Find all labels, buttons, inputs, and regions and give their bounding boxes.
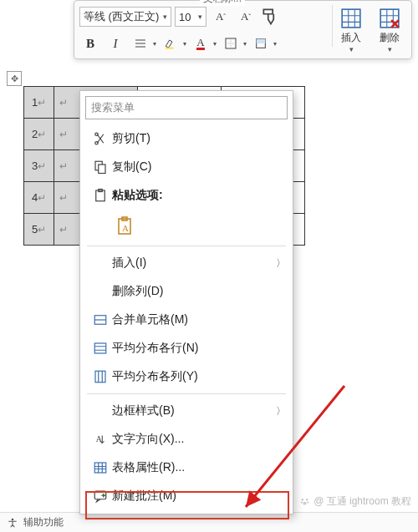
accessibility-icon (7, 517, 18, 529)
svg-rect-19 (94, 463, 106, 473)
menu-item-paste-options: 粘贴选项: (80, 181, 293, 210)
menu-item-distribute-cols[interactable]: 平均分布各列(Y) (80, 362, 293, 391)
doc-title-cut: 文档标... (200, 0, 245, 6)
distribute-cols-icon (89, 369, 112, 384)
menu-item-delete-column[interactable]: 删除列(D) (80, 277, 293, 306)
chevron-down-icon: ▾ (183, 40, 186, 48)
svg-point-24 (306, 499, 308, 501)
svg-rect-17 (95, 371, 105, 383)
table-move-handle[interactable]: ✥ (7, 71, 22, 86)
format-painter-button[interactable] (260, 7, 282, 27)
chevron-down-icon: ▾ (243, 40, 247, 48)
bold-button[interactable]: B (79, 33, 101, 53)
menu-item-table-properties[interactable]: 表格属性(R)... (80, 453, 293, 482)
distribute-rows-icon (89, 341, 112, 356)
chevron-right-icon: 〉 (276, 404, 286, 418)
chevron-down-icon: ▾ (153, 40, 156, 48)
clipboard-icon (89, 188, 112, 203)
menu-item-text-direction[interactable]: A 文字方向(X)... (80, 425, 293, 453)
svg-point-7 (95, 133, 98, 135)
italic-button[interactable]: I (104, 33, 126, 53)
menu-item-merge-cells[interactable]: 合并单元格(M) (80, 306, 293, 334)
svg-rect-0 (166, 48, 173, 49)
svg-point-6 (95, 142, 98, 144)
font-size-value: 10 (179, 11, 191, 23)
accessibility-label: 辅助功能 (23, 515, 64, 529)
font-color-button[interactable]: A (190, 33, 212, 53)
svg-point-25 (301, 502, 303, 504)
svg-point-26 (307, 502, 308, 504)
svg-rect-9 (99, 165, 105, 174)
insert-table-icon (340, 8, 362, 29)
paste-keep-text-button[interactable]: A (112, 213, 139, 240)
watermark: @ 互通 ightroom 教程 (299, 494, 411, 509)
svg-point-22 (12, 518, 14, 520)
chevron-down-icon: ▾ (273, 40, 277, 48)
svg-rect-3 (257, 39, 266, 43)
highlight-button[interactable] (160, 33, 181, 53)
menu-item-new-comment[interactable]: 新建批注(M) (80, 482, 293, 510)
decrease-font-button[interactable]: Aˇ (235, 7, 257, 27)
text-direction-icon: A (89, 432, 112, 447)
menu-item-distribute-rows[interactable]: 平均分布各行(N) (80, 334, 293, 362)
menu-item-cut[interactable]: 剪切(T) (80, 124, 293, 153)
svg-point-23 (302, 499, 304, 501)
menu-item-insert[interactable]: 插入(I) 〉 (80, 249, 293, 277)
chevron-down-icon: ▾ (388, 45, 392, 53)
svg-rect-16 (94, 343, 106, 353)
chevron-down-icon: ▾ (198, 13, 202, 21)
search-placeholder: 搜索菜单 (91, 100, 135, 115)
table-properties-icon (89, 460, 112, 475)
font-name-select[interactable]: 等线 (西文正文) ▾ (79, 7, 171, 27)
mini-toolbar: 文档标... 等线 (西文正文) ▾ 10 ▾ Aˆ Aˇ B I (74, 0, 412, 59)
chevron-down-icon: ▾ (349, 45, 354, 53)
delete-button[interactable]: 删除 ▾ (373, 8, 406, 53)
context-menu: 搜索菜单 剪切(T) 复制(C) 粘贴选项: A 插入(I) 〉 删除列(D) … (79, 90, 293, 514)
font-name-value: 等线 (西文正文) (84, 9, 159, 24)
increase-font-button[interactable]: Aˆ (210, 7, 232, 27)
paste-text-icon: A (115, 216, 135, 236)
align-button[interactable] (130, 33, 151, 53)
delete-label: 删除 (380, 31, 400, 45)
chevron-down-icon: ▾ (213, 40, 217, 48)
scissors-icon (89, 131, 112, 146)
font-size-select[interactable]: 10 ▾ (175, 7, 206, 27)
status-bar: 辅助功能 (0, 512, 418, 532)
shading-button[interactable] (250, 33, 272, 53)
insert-button[interactable]: 插入 ▾ (334, 8, 368, 53)
insert-label: 插入 (341, 31, 361, 45)
svg-text:A: A (122, 223, 129, 233)
chevron-right-icon: 〉 (276, 256, 286, 271)
svg-rect-4 (342, 9, 360, 28)
copy-icon (89, 160, 112, 175)
delete-table-icon (379, 8, 400, 29)
paw-icon (299, 496, 310, 507)
menu-item-border-style[interactable]: 边框样式(B) 〉 (80, 397, 293, 425)
comment-icon (89, 489, 112, 504)
merge-cells-icon (89, 312, 112, 327)
menu-search-input[interactable]: 搜索菜单 (85, 96, 288, 119)
borders-button[interactable] (220, 33, 242, 53)
svg-point-27 (303, 502, 306, 505)
menu-item-copy[interactable]: 复制(C) (80, 153, 293, 181)
chevron-down-icon: ▾ (163, 13, 167, 21)
